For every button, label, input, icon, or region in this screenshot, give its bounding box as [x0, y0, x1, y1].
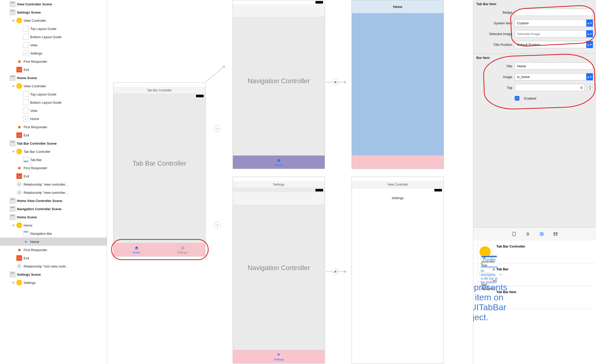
outline-row[interactable]: Settings Scene — [0, 270, 107, 279]
outline-row[interactable]: →Exit — [0, 254, 107, 262]
segue-connector-icon — [332, 268, 339, 275]
selected-image-select[interactable] — [515, 30, 586, 37]
outline-row[interactable]: →Exit — [0, 131, 107, 139]
outline-row[interactable]: ⬢First Responder — [0, 246, 107, 254]
outline-row[interactable]: Relationship "view controller... — [0, 188, 107, 197]
outline-label: Exit — [24, 174, 29, 178]
outline-row[interactable]: Top Layout Guide — [0, 25, 107, 33]
segue-connector-icon — [214, 222, 221, 228]
library-item-text: Tab Bar — [496, 267, 592, 282]
outline-row[interactable]: Relationship "root view contr... — [0, 262, 107, 270]
dropdown-icon[interactable]: ▲▼ — [586, 73, 593, 80]
outline-label: Relationship "view controller... — [24, 183, 68, 186]
outline-row[interactable]: ‹Home — [0, 115, 107, 123]
home-icon — [276, 158, 281, 163]
scene-navigation-controller-top[interactable]: Navigation Controller Home — [233, 0, 325, 169]
disclosure-icon[interactable]: ▼ — [12, 19, 15, 22]
outline-label: Navigation Bar — [30, 232, 52, 235]
dropdown-icon[interactable]: ▲▼ — [586, 19, 593, 27]
disclosure-icon[interactable]: ▼ — [12, 150, 15, 153]
tab-settings[interactable]: Settings — [159, 243, 205, 256]
scene-home-vc[interactable]: Home — [352, 0, 444, 169]
tab-home[interactable]: Home — [233, 156, 325, 169]
nav-title: Home — [393, 5, 402, 9]
outline-row[interactable]: ▼‹Settings — [0, 279, 107, 287]
disclosure-icon[interactable]: ▼ — [12, 224, 15, 227]
library-tab-code-icon[interactable] — [525, 231, 531, 237]
library-tab-objects-icon[interactable] — [538, 231, 545, 237]
nav-bar: Home — [352, 0, 444, 13]
library-tab-media-icon[interactable] — [552, 231, 559, 237]
outline-row[interactable]: Relationship "view controller... — [0, 180, 107, 188]
scene-tab-bar-controller[interactable]: Tab Bar Controller Tab Bar Controller Ho… — [113, 82, 205, 256]
tab-settings[interactable]: Settings — [233, 350, 325, 363]
image-select[interactable] — [515, 73, 586, 80]
outline-label: Home — [30, 240, 39, 244]
gear-icon — [180, 246, 185, 250]
scene-center-label: Navigation Controller — [233, 77, 325, 85]
tab-bar[interactable]: Home Settings — [114, 243, 205, 256]
outline-label: Home Scene — [17, 215, 37, 219]
scene-center-label: Navigation Controller — [233, 264, 325, 272]
outline-row[interactable]: View — [0, 106, 107, 115]
outline-row[interactable]: ★Home — [0, 238, 107, 246]
library-tabs[interactable] — [473, 227, 596, 241]
outline-label: View — [30, 43, 37, 47]
outline-row[interactable]: ⬢First Responder — [0, 57, 107, 66]
status-bar — [233, 0, 325, 4]
field-label: Title Position — [476, 43, 512, 47]
system-item-select[interactable] — [515, 19, 586, 27]
outline-row[interactable]: Top Layout Guide — [0, 90, 107, 98]
gear-icon — [276, 353, 281, 357]
disclosure-icon[interactable]: ▼ — [12, 85, 15, 88]
outline-row[interactable]: ‹Settings — [0, 49, 107, 57]
outline-row[interactable]: Bottom Layout Guide — [0, 33, 107, 41]
outline-row[interactable]: Navigation Controller Scene — [0, 205, 107, 213]
scene-settings-vc[interactable]: View Controller Settings — [352, 177, 444, 363]
outline-row[interactable]: Bottom Layout Guide — [0, 98, 107, 106]
outline-row[interactable]: ⬢First Responder — [0, 164, 107, 172]
outline-row[interactable]: ▼○View Controller — [0, 82, 107, 90]
outline-row[interactable]: →Exit — [0, 172, 107, 180]
outline-row[interactable]: Home View Controller Scene — [0, 197, 107, 205]
outline-row[interactable]: ▼○View Controller — [0, 16, 107, 25]
outline-label: View Controller Scene — [17, 2, 52, 6]
tag-input[interactable] — [515, 84, 585, 91]
status-bar-sim — [114, 94, 205, 98]
outline-row[interactable]: Home Scene — [0, 74, 107, 82]
outline-label: Settings — [30, 51, 42, 55]
outline-label: View — [30, 109, 37, 113]
outline-row[interactable]: Tab Bar — [0, 156, 107, 164]
outline-row[interactable]: ▼‹Home — [0, 221, 107, 229]
tab-home[interactable]: Home — [114, 243, 159, 256]
section-header: Tab Bar Item — [473, 0, 596, 7]
title-input[interactable] — [515, 62, 593, 70]
field-label: Selected Image — [476, 32, 512, 36]
dropdown-icon[interactable]: ▲▼ — [586, 30, 593, 37]
outline-row[interactable]: Navigation Bar — [0, 229, 107, 238]
outline-row[interactable]: Tab Bar Controller Scene — [0, 139, 107, 147]
object-library[interactable]: - A controller that manages a set of vie… — [473, 241, 596, 364]
outline-row[interactable]: →Exit — [0, 66, 107, 74]
title-position-select[interactable] — [515, 41, 586, 48]
outline-row[interactable]: Home Scene — [0, 213, 107, 221]
outline-row[interactable]: View — [0, 41, 107, 49]
scene-center-label: Tab Bar Controller — [114, 159, 205, 167]
outline-row[interactable]: Settings Scene — [0, 8, 107, 16]
enabled-checkbox[interactable]: ✓ — [515, 96, 519, 101]
library-tab-file-icon[interactable] — [511, 231, 517, 237]
scene-navigation-controller-bottom[interactable]: Settings Navigation Controller Settings — [233, 177, 325, 363]
library-item[interactable]: - Represents an item on a UITabBar objec… — [473, 286, 596, 309]
outline-row[interactable]: ⬢First Responder — [0, 123, 107, 131]
document-outline[interactable]: View Controller SceneSettings Scene▼○Vie… — [0, 0, 107, 364]
storyboard-canvas[interactable]: Tab Bar Controller Tab Bar Controller Ho… — [107, 0, 473, 364]
badge-input[interactable] — [515, 9, 593, 16]
tab-bar[interactable]: Home — [233, 155, 325, 169]
disclosure-icon[interactable]: ▼ — [12, 281, 15, 284]
tag-stepper[interactable]: ▲▼ — [587, 85, 593, 90]
outline-row[interactable]: View Controller Scene — [0, 0, 107, 8]
attributes-inspector[interactable]: Tab Bar Item Badge System Item ▲▼ Select… — [473, 0, 596, 364]
dropdown-icon[interactable]: ▲▼ — [586, 41, 593, 48]
outline-row[interactable]: ▼○Tab Bar Controller — [0, 147, 107, 156]
tab-bar[interactable]: Settings — [233, 350, 325, 363]
